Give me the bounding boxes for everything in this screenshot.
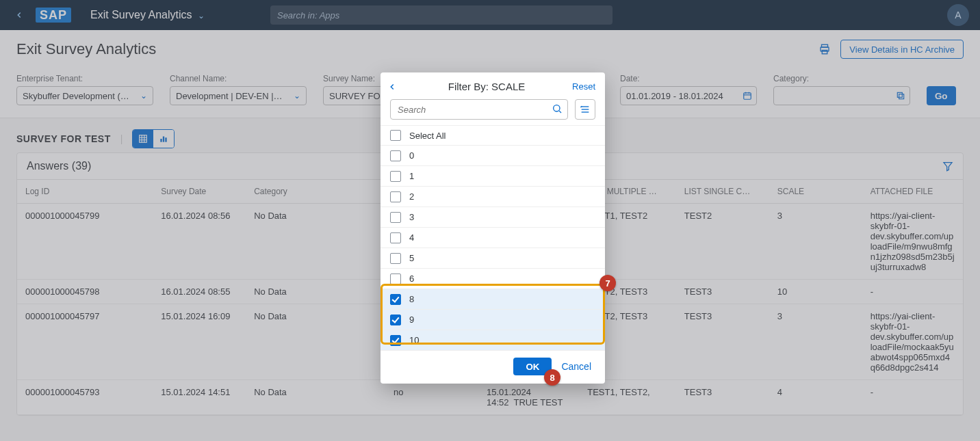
checkbox-icon[interactable] <box>390 253 401 264</box>
filter-option[interactable]: 2 <box>381 187 605 207</box>
dialog-search-input[interactable] <box>390 99 568 120</box>
cancel-button[interactable]: Cancel <box>561 361 591 372</box>
dialog-reset-button[interactable]: Reset <box>572 81 595 92</box>
dialog-back-button[interactable] <box>387 82 401 92</box>
svg-point-20 <box>554 105 560 111</box>
checkbox-icon[interactable] <box>390 212 401 223</box>
filter-option[interactable]: 4 <box>381 228 605 248</box>
select-all-label: Select All <box>409 131 446 141</box>
dialog-title: Filter By: SCALE <box>401 81 572 92</box>
checkbox-icon[interactable] <box>390 232 401 243</box>
list-toggle-button[interactable] <box>575 99 595 120</box>
filter-option[interactable]: 1 <box>381 166 605 187</box>
filter-option[interactable]: 8 <box>381 289 605 310</box>
filter-option[interactable]: 5 <box>381 248 605 269</box>
filter-option-label: 5 <box>409 253 414 263</box>
filter-option[interactable]: 9 <box>381 310 605 330</box>
filter-option-label: 3 <box>409 212 414 222</box>
checkbox-icon[interactable] <box>390 130 401 141</box>
checkbox-icon[interactable] <box>390 294 401 305</box>
filter-option[interactable]: 3 <box>381 207 605 228</box>
filter-option[interactable]: 6 <box>381 269 605 289</box>
filter-option-label: 10 <box>409 335 419 345</box>
checkbox-icon[interactable] <box>390 191 401 202</box>
filter-option-label: 8 <box>409 294 414 304</box>
filter-option[interactable]: 10 <box>381 330 605 351</box>
filter-option[interactable]: 0 <box>381 146 605 166</box>
filter-option-label: 2 <box>409 191 414 202</box>
filter-dialog: Filter By: SCALE Reset Select All 012345… <box>381 72 605 384</box>
checkbox-icon[interactable] <box>390 335 401 346</box>
filter-option-label: 0 <box>409 150 414 161</box>
select-all-item[interactable]: Select All <box>381 125 605 146</box>
dialog-search[interactable] <box>390 99 568 120</box>
filter-option-label: 1 <box>409 171 414 181</box>
search-icon[interactable] <box>552 103 563 114</box>
filter-option-label: 9 <box>409 315 414 325</box>
filter-option-label: 4 <box>409 232 414 243</box>
checkbox-icon[interactable] <box>390 315 401 325</box>
filter-option-label: 6 <box>409 273 414 284</box>
checkbox-icon[interactable] <box>390 273 401 284</box>
checkbox-icon[interactable] <box>390 150 401 161</box>
checkbox-icon[interactable] <box>390 171 401 182</box>
dialog-list: Select All 01234568910 <box>381 125 605 351</box>
tutorial-badge-7: 7 <box>599 275 616 291</box>
svg-line-21 <box>559 111 561 113</box>
tutorial-badge-8: 8 <box>544 369 560 386</box>
